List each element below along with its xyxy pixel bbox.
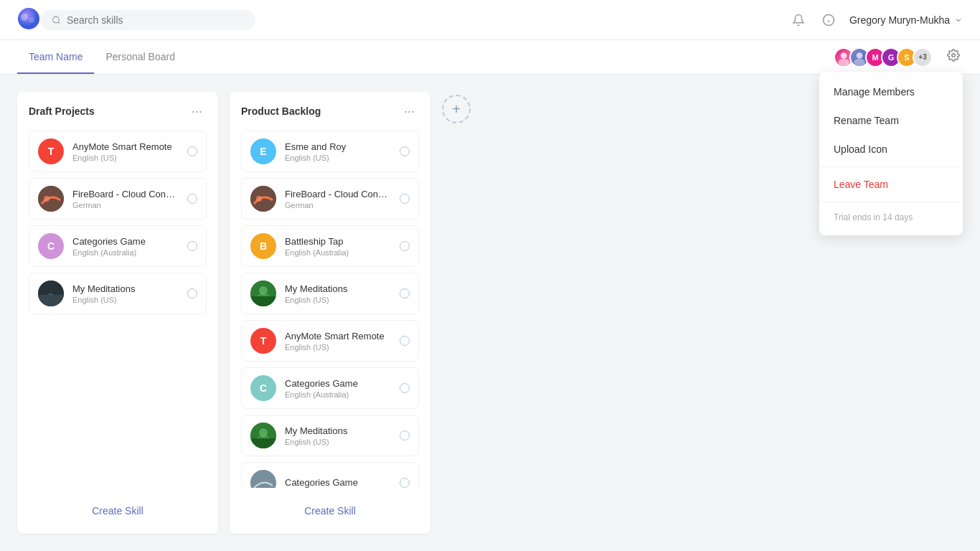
skill-lang: English (US) — [72, 296, 179, 304]
svg-point-9 — [857, 52, 863, 59]
tab-team-name[interactable]: Team Name — [17, 41, 94, 74]
backlog-create-skill-button[interactable]: Create Skill — [241, 499, 419, 522]
skill-avatar — [250, 423, 276, 448]
svg-point-2 — [29, 17, 34, 23]
skill-lang: English (US) — [285, 343, 391, 352]
skill-lang: English (US) — [285, 438, 391, 446]
skill-lang: English (US) — [285, 154, 391, 162]
skill-status-circle — [400, 288, 410, 298]
chevron-down-icon — [954, 16, 963, 24]
svg-point-20 — [259, 286, 268, 295]
user-name: Gregory Muryn-Mukha — [849, 14, 950, 26]
list-item[interactable]: FireBoard - Cloud Conne... German — [241, 178, 419, 220]
create-skill-button[interactable]: Create Skill — [29, 499, 207, 522]
skill-name: Esme and Roy — [285, 141, 391, 152]
backlog-column-header: Product Backlog ··· — [241, 103, 419, 119]
navbar: Gregory Muryn-Mukha — [0, 0, 980, 40]
backlog-column-title: Product Backlog — [241, 105, 321, 117]
skill-avatar: C — [250, 375, 276, 401]
skill-info: My Meditations English (US) — [285, 425, 391, 446]
skill-status-circle — [400, 430, 410, 441]
skill-status-circle — [187, 288, 197, 298]
skill-lang: German — [72, 201, 179, 209]
svg-point-11 — [952, 54, 956, 57]
skill-name: Categories Game — [285, 378, 391, 389]
skill-info: Categories Game English (Australia) — [285, 378, 391, 399]
trial-text: Trial ends in 14 days — [819, 205, 963, 230]
skill-avatar: C — [38, 233, 64, 259]
skill-status-circle — [400, 336, 410, 346]
dropdown-divider-2 — [819, 202, 963, 202]
skill-status-circle — [187, 241, 197, 251]
list-item[interactable]: T AnyMote Smart Remote English (US) — [29, 131, 207, 172]
rename-team-item[interactable]: Rename Team — [819, 106, 963, 135]
skill-lang: English (US) — [285, 296, 391, 304]
manage-members-item[interactable]: Manage Members — [819, 77, 963, 106]
list-item[interactable]: My Meditations English (US) — [241, 415, 419, 456]
skill-info: Battleship Tap English (Australia) — [285, 236, 391, 257]
svg-point-8 — [838, 58, 849, 65]
list-item[interactable]: C Categories Game English (Australia) — [241, 367, 419, 409]
leave-team-item[interactable]: Leave Team — [819, 170, 963, 199]
add-column-button[interactable]: + — [442, 95, 471, 123]
skill-avatar: T — [250, 328, 276, 354]
skill-avatar — [38, 281, 64, 306]
list-item[interactable]: My Meditations English (US) — [241, 273, 419, 314]
list-item[interactable]: C Categories Game English (Australia) — [29, 225, 207, 267]
list-item[interactable]: FireBoard - Cloud Conne... German — [29, 178, 207, 220]
skill-status-circle — [400, 241, 410, 251]
list-item[interactable]: E Esme and Roy English (US) — [241, 131, 419, 172]
tab-personal-board[interactable]: Personal Board — [94, 41, 187, 74]
skill-name: AnyMote Smart Remote — [72, 141, 179, 152]
team-dropdown-menu: Manage Members Rename Team Upload Icon L… — [819, 72, 963, 235]
bell-icon — [792, 14, 805, 27]
skill-avatar: E — [250, 138, 276, 164]
team-settings-button[interactable] — [944, 46, 963, 68]
navbar-right: Gregory Muryn-Mukha — [789, 11, 963, 29]
skill-lang: English (Australia) — [285, 390, 391, 399]
draft-column-header: Draft Projects ··· — [29, 103, 207, 119]
skill-lang: German — [285, 201, 391, 209]
skill-name: Categories Game — [285, 477, 391, 488]
draft-skill-list: T AnyMote Smart Remote English (US) Fire… — [29, 131, 207, 488]
search-input[interactable] — [67, 14, 244, 26]
skill-lang: English (US) — [72, 154, 179, 162]
draft-column-menu-button[interactable]: ··· — [187, 103, 207, 119]
skill-avatar — [250, 281, 276, 306]
svg-point-1 — [21, 14, 28, 21]
notifications-button[interactable] — [789, 11, 808, 29]
skill-name: My Meditations — [285, 425, 391, 436]
upload-icon-item[interactable]: Upload Icon — [819, 135, 963, 164]
svg-point-10 — [854, 58, 864, 65]
skill-avatar — [250, 186, 276, 212]
skill-avatar — [250, 470, 276, 488]
list-item[interactable]: Categories Game — [241, 462, 419, 488]
list-item[interactable]: My Meditations English (US) — [29, 273, 207, 314]
info-icon — [822, 14, 835, 27]
backlog-column-menu-button[interactable]: ··· — [400, 103, 419, 119]
skill-avatar: T — [38, 138, 64, 164]
skill-info: Categories Game English (Australia) — [72, 236, 179, 257]
svg-rect-19 — [250, 296, 276, 306]
user-menu[interactable]: Gregory Muryn-Mukha — [849, 14, 963, 26]
app-logo — [17, 7, 40, 33]
info-button[interactable] — [819, 11, 838, 29]
svg-point-3 — [53, 17, 60, 23]
skill-avatar: B — [250, 233, 276, 259]
skill-status-circle — [400, 383, 410, 393]
skill-info: My Meditations English (US) — [285, 283, 391, 304]
list-item[interactable]: B Battleship Tap English (Australia) — [241, 225, 419, 267]
skill-status-circle — [400, 194, 410, 204]
avatar-stack: M G S +3 — [834, 47, 933, 67]
skill-status-circle — [187, 194, 197, 204]
logo-icon — [17, 7, 40, 30]
skill-info: AnyMote Smart Remote English (US) — [285, 331, 391, 352]
tabs-bar: Team Name Personal Board M G S +3 Manage… — [0, 40, 980, 75]
gear-icon — [947, 49, 960, 62]
svg-point-23 — [259, 428, 268, 437]
skill-lang: English (Australia) — [72, 248, 179, 257]
search-bar[interactable] — [40, 10, 255, 30]
skill-name: Battleship Tap — [285, 236, 391, 247]
skill-name: FireBoard - Cloud Conne... — [285, 189, 391, 199]
list-item[interactable]: T AnyMote Smart Remote English (US) — [241, 320, 419, 362]
